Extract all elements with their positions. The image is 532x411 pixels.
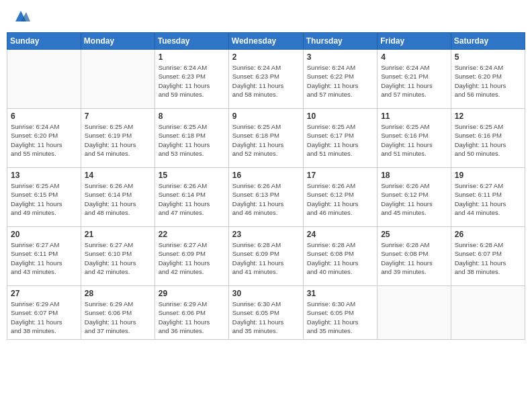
day-number: 5 bbox=[455, 52, 521, 62]
logo bbox=[10, 7, 30, 26]
day-info: Sunrise: 6:24 AM Sunset: 6:22 PM Dayligh… bbox=[307, 63, 373, 99]
day-info: Sunrise: 6:27 AM Sunset: 6:09 PM Dayligh… bbox=[159, 240, 225, 276]
calendar-cell: 8Sunrise: 6:25 AM Sunset: 6:18 PM Daylig… bbox=[154, 109, 228, 168]
day-number: 21 bbox=[85, 230, 151, 239]
day-info: Sunrise: 6:25 AM Sunset: 6:17 PM Dayligh… bbox=[307, 122, 373, 158]
calendar-cell: 2Sunrise: 6:24 AM Sunset: 6:23 PM Daylig… bbox=[228, 50, 303, 109]
calendar: SundayMondayTuesdayWednesdayThursdayFrid… bbox=[7, 32, 525, 340]
weekday-header-row: SundayMondayTuesdayWednesdayThursdayFrid… bbox=[7, 33, 525, 50]
day-number: 11 bbox=[381, 111, 447, 121]
calendar-cell: 6Sunrise: 6:24 AM Sunset: 6:20 PM Daylig… bbox=[7, 109, 81, 168]
day-info: Sunrise: 6:24 AM Sunset: 6:23 PM Dayligh… bbox=[159, 63, 225, 99]
day-number: 30 bbox=[232, 289, 300, 298]
day-info: Sunrise: 6:26 AM Sunset: 6:14 PM Dayligh… bbox=[159, 181, 225, 217]
day-info: Sunrise: 6:24 AM Sunset: 6:23 PM Dayligh… bbox=[232, 63, 300, 99]
calendar-cell: 30Sunrise: 6:30 AM Sunset: 6:05 PM Dayli… bbox=[228, 286, 303, 340]
calendar-cell: 3Sunrise: 6:24 AM Sunset: 6:22 PM Daylig… bbox=[303, 50, 377, 109]
week-row-4: 27Sunrise: 6:29 AM Sunset: 6:07 PM Dayli… bbox=[7, 286, 525, 340]
day-info: Sunrise: 6:25 AM Sunset: 6:16 PM Dayligh… bbox=[455, 122, 521, 158]
day-number: 17 bbox=[307, 171, 373, 180]
calendar-cell bbox=[451, 286, 525, 340]
calendar-cell: 21Sunrise: 6:27 AM Sunset: 6:10 PM Dayli… bbox=[81, 227, 154, 286]
day-number: 26 bbox=[455, 230, 521, 239]
week-row-0: 1Sunrise: 6:24 AM Sunset: 6:23 PM Daylig… bbox=[7, 50, 525, 109]
day-info: Sunrise: 6:29 AM Sunset: 6:06 PM Dayligh… bbox=[85, 300, 151, 335]
day-number: 1 bbox=[159, 52, 225, 62]
day-info: Sunrise: 6:27 AM Sunset: 6:11 PM Dayligh… bbox=[11, 240, 77, 276]
day-number: 23 bbox=[232, 230, 300, 239]
day-info: Sunrise: 6:24 AM Sunset: 6:20 PM Dayligh… bbox=[455, 63, 521, 99]
calendar-cell: 7Sunrise: 6:25 AM Sunset: 6:19 PM Daylig… bbox=[81, 109, 154, 168]
day-info: Sunrise: 6:28 AM Sunset: 6:08 PM Dayligh… bbox=[381, 240, 447, 276]
day-number: 22 bbox=[159, 230, 225, 239]
day-info: Sunrise: 6:29 AM Sunset: 6:07 PM Dayligh… bbox=[11, 300, 77, 335]
day-info: Sunrise: 6:25 AM Sunset: 6:16 PM Dayligh… bbox=[381, 122, 447, 158]
day-number: 25 bbox=[381, 230, 447, 239]
day-number: 13 bbox=[11, 171, 77, 180]
calendar-cell: 26Sunrise: 6:28 AM Sunset: 6:07 PM Dayli… bbox=[451, 227, 525, 286]
calendar-cell: 10Sunrise: 6:25 AM Sunset: 6:17 PM Dayli… bbox=[303, 109, 377, 168]
weekday-saturday: Saturday bbox=[451, 33, 525, 50]
day-number: 19 bbox=[455, 171, 521, 180]
calendar-cell: 23Sunrise: 6:28 AM Sunset: 6:09 PM Dayli… bbox=[228, 227, 303, 286]
day-info: Sunrise: 6:27 AM Sunset: 6:10 PM Dayligh… bbox=[85, 240, 151, 276]
calendar-cell: 25Sunrise: 6:28 AM Sunset: 6:08 PM Dayli… bbox=[378, 227, 451, 286]
day-number: 15 bbox=[159, 171, 225, 180]
calendar-cell: 20Sunrise: 6:27 AM Sunset: 6:11 PM Dayli… bbox=[7, 227, 81, 286]
calendar-cell: 28Sunrise: 6:29 AM Sunset: 6:06 PM Dayli… bbox=[81, 286, 154, 340]
day-info: Sunrise: 6:24 AM Sunset: 6:20 PM Dayligh… bbox=[11, 122, 77, 158]
calendar-cell: 18Sunrise: 6:26 AM Sunset: 6:12 PM Dayli… bbox=[378, 168, 451, 227]
day-info: Sunrise: 6:25 AM Sunset: 6:18 PM Dayligh… bbox=[159, 122, 225, 158]
day-info: Sunrise: 6:30 AM Sunset: 6:05 PM Dayligh… bbox=[307, 300, 373, 335]
day-info: Sunrise: 6:24 AM Sunset: 6:21 PM Dayligh… bbox=[381, 63, 447, 99]
day-info: Sunrise: 6:26 AM Sunset: 6:12 PM Dayligh… bbox=[381, 181, 447, 217]
calendar-cell: 31Sunrise: 6:30 AM Sunset: 6:05 PM Dayli… bbox=[303, 286, 377, 340]
day-number: 18 bbox=[381, 171, 447, 180]
calendar-cell: 11Sunrise: 6:25 AM Sunset: 6:16 PM Dayli… bbox=[378, 109, 451, 168]
weekday-thursday: Thursday bbox=[303, 33, 377, 50]
day-number: 24 bbox=[307, 230, 373, 239]
day-info: Sunrise: 6:26 AM Sunset: 6:14 PM Dayligh… bbox=[85, 181, 151, 217]
weekday-sunday: Sunday bbox=[7, 33, 81, 50]
week-row-3: 20Sunrise: 6:27 AM Sunset: 6:11 PM Dayli… bbox=[7, 227, 525, 286]
day-info: Sunrise: 6:26 AM Sunset: 6:12 PM Dayligh… bbox=[307, 181, 373, 217]
calendar-cell: 27Sunrise: 6:29 AM Sunset: 6:07 PM Dayli… bbox=[7, 286, 81, 340]
day-number: 31 bbox=[307, 289, 373, 298]
day-number: 20 bbox=[11, 230, 77, 239]
day-number: 14 bbox=[85, 171, 151, 180]
day-number: 3 bbox=[307, 52, 373, 62]
day-info: Sunrise: 6:28 AM Sunset: 6:07 PM Dayligh… bbox=[455, 240, 521, 276]
day-info: Sunrise: 6:25 AM Sunset: 6:15 PM Dayligh… bbox=[11, 181, 77, 217]
day-info: Sunrise: 6:27 AM Sunset: 6:11 PM Dayligh… bbox=[455, 181, 521, 217]
day-info: Sunrise: 6:26 AM Sunset: 6:13 PM Dayligh… bbox=[232, 181, 300, 217]
calendar-cell: 19Sunrise: 6:27 AM Sunset: 6:11 PM Dayli… bbox=[451, 168, 525, 227]
day-number: 2 bbox=[232, 52, 300, 62]
calendar-cell: 17Sunrise: 6:26 AM Sunset: 6:12 PM Dayli… bbox=[303, 168, 377, 227]
weekday-tuesday: Tuesday bbox=[154, 33, 228, 50]
day-info: Sunrise: 6:28 AM Sunset: 6:08 PM Dayligh… bbox=[307, 240, 373, 276]
day-number: 29 bbox=[159, 289, 225, 298]
calendar-cell: 14Sunrise: 6:26 AM Sunset: 6:14 PM Dayli… bbox=[81, 168, 154, 227]
calendar-cell bbox=[7, 50, 81, 109]
week-row-2: 13Sunrise: 6:25 AM Sunset: 6:15 PM Dayli… bbox=[7, 168, 525, 227]
day-number: 16 bbox=[232, 171, 300, 180]
calendar-cell: 1Sunrise: 6:24 AM Sunset: 6:23 PM Daylig… bbox=[154, 50, 228, 109]
calendar-cell: 13Sunrise: 6:25 AM Sunset: 6:15 PM Dayli… bbox=[7, 168, 81, 227]
calendar-cell: 22Sunrise: 6:27 AM Sunset: 6:09 PM Dayli… bbox=[154, 227, 228, 286]
day-number: 28 bbox=[85, 289, 151, 298]
day-info: Sunrise: 6:25 AM Sunset: 6:18 PM Dayligh… bbox=[232, 122, 300, 158]
calendar-cell bbox=[81, 50, 154, 109]
day-info: Sunrise: 6:29 AM Sunset: 6:06 PM Dayligh… bbox=[159, 300, 225, 335]
calendar-cell: 24Sunrise: 6:28 AM Sunset: 6:08 PM Dayli… bbox=[303, 227, 377, 286]
day-number: 27 bbox=[11, 289, 77, 298]
calendar-cell: 12Sunrise: 6:25 AM Sunset: 6:16 PM Dayli… bbox=[451, 109, 525, 168]
page: SundayMondayTuesdayWednesdayThursdayFrid… bbox=[0, 0, 532, 411]
day-number: 6 bbox=[11, 111, 77, 121]
weekday-monday: Monday bbox=[81, 33, 154, 50]
day-number: 10 bbox=[307, 111, 373, 121]
logo-icon bbox=[11, 7, 30, 26]
calendar-cell bbox=[378, 286, 451, 340]
calendar-cell: 29Sunrise: 6:29 AM Sunset: 6:06 PM Dayli… bbox=[154, 286, 228, 340]
header bbox=[7, 7, 525, 26]
day-number: 8 bbox=[159, 111, 225, 121]
